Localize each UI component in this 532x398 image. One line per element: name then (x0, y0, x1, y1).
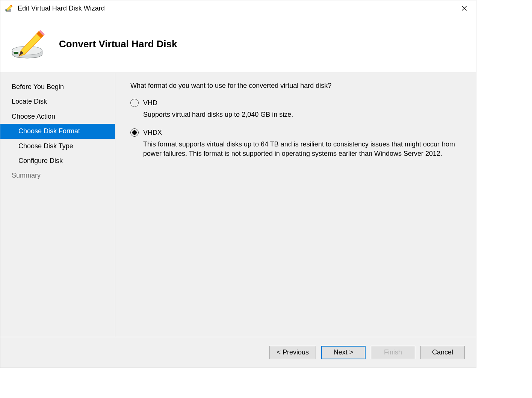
wizard-body: Before You Begin Locate Disk Choose Acti… (0, 72, 476, 337)
step-configure-disk[interactable]: Configure Disk (0, 154, 115, 168)
disk-edit-icon (5, 4, 13, 12)
wizard-steps-sidebar: Before You Begin Locate Disk Choose Acti… (0, 73, 115, 337)
cancel-button[interactable]: Cancel (420, 346, 465, 359)
option-vhdx: VHDX This format supports virtual disks … (130, 128, 461, 158)
option-vhd-desc: Supports virtual hard disks up to 2,040 … (143, 110, 461, 119)
hard-disk-pencil-icon (11, 27, 48, 61)
step-summary[interactable]: Summary (0, 168, 115, 183)
finish-button: Finish (371, 346, 415, 359)
radio-vhdx[interactable] (130, 128, 139, 137)
option-vhdx-row[interactable]: VHDX (130, 128, 461, 137)
wizard-window: Edit Virtual Hard Disk Wizard Convert Vi… (0, 0, 476, 368)
wizard-content: What format do you want to use for the c… (115, 73, 476, 337)
step-locate-disk[interactable]: Locate Disk (0, 94, 115, 109)
window-title: Edit Virtual Hard Disk Wizard (18, 5, 456, 12)
close-button[interactable] (456, 2, 473, 14)
wizard-header: Convert Virtual Hard Disk (0, 16, 476, 72)
svg-rect-8 (14, 52, 18, 54)
option-vhd: VHD Supports virtual hard disks up to 2,… (130, 99, 461, 119)
step-choose-disk-format[interactable]: Choose Disk Format (0, 124, 115, 139)
option-vhdx-desc: This format supports virtual disks up to… (143, 140, 461, 158)
page-title: Convert Virtual Hard Disk (59, 38, 177, 50)
step-choose-action[interactable]: Choose Action (0, 109, 115, 124)
option-vhd-label: VHD (143, 99, 157, 107)
step-choose-disk-type[interactable]: Choose Disk Type (0, 139, 115, 154)
wizard-footer: < Previous Next > Finish Cancel (0, 337, 476, 368)
option-vhdx-label: VHDX (143, 129, 162, 137)
option-vhd-row[interactable]: VHD (130, 99, 461, 107)
radio-vhd[interactable] (130, 99, 139, 107)
next-button[interactable]: Next > (321, 346, 366, 359)
step-before-you-begin[interactable]: Before You Begin (0, 80, 115, 94)
previous-button[interactable]: < Previous (269, 346, 316, 359)
titlebar: Edit Virtual Hard Disk Wizard (0, 0, 476, 16)
format-prompt: What format do you want to use for the c… (130, 82, 461, 90)
